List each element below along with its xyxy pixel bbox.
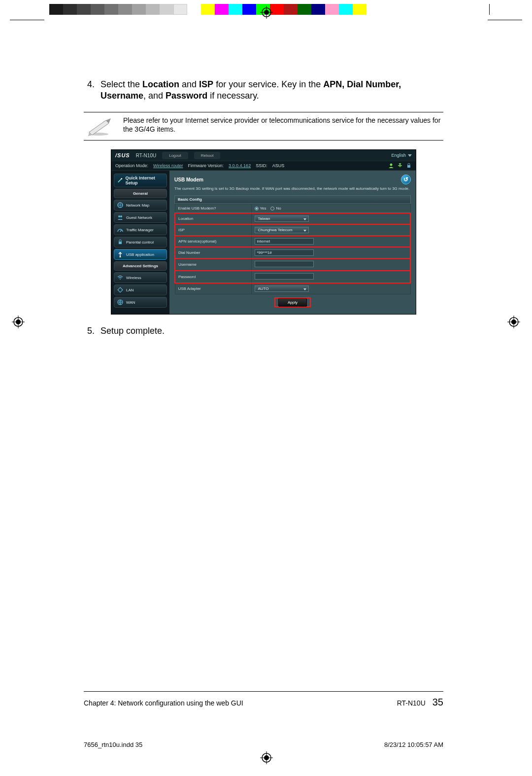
opmode-value[interactable]: Wireless router	[153, 163, 183, 168]
reboot-button[interactable]: Reboot	[194, 152, 221, 159]
gauge-icon	[117, 227, 123, 233]
sidebar-label: LAN	[126, 288, 134, 292]
step-number: 5.	[84, 325, 95, 337]
username-label: Username	[175, 258, 251, 271]
sidebar-label: Wireless	[126, 276, 141, 280]
row-dial: Dial Number *99***1#	[175, 247, 410, 258]
note-text: Please refer to your Internet service pr…	[123, 116, 443, 136]
sidebar-item-traffic[interactable]: Traffic Manager	[114, 224, 167, 235]
text: and	[179, 79, 199, 89]
location-select[interactable]: Taiwan	[255, 215, 309, 222]
sidebar-item-wan[interactable]: WAN	[114, 297, 167, 308]
sidebar-item-lan[interactable]: LAN	[114, 284, 167, 295]
row-apn: APN service(optional) internet	[175, 236, 410, 247]
chapter-label: Chapter 4: Network configuration using t…	[84, 699, 397, 707]
bold-isp: ISP	[199, 79, 213, 89]
sidebar-item-wireless[interactable]: Wireless	[114, 272, 167, 283]
brand-logo: /SUS	[115, 152, 130, 158]
page-number: 35	[432, 697, 443, 708]
fw-label: Firmware Version:	[188, 163, 224, 168]
usb-icon	[117, 251, 123, 257]
page-footer: Chapter 4: Network configuration using t…	[84, 691, 443, 708]
enable-no-radio[interactable]	[270, 207, 274, 211]
adapter-select[interactable]: AUTO	[255, 285, 309, 292]
text: if necessary.	[207, 91, 259, 101]
help-icon[interactable]: ↺	[401, 175, 411, 184]
step-4-text: Select the Location and ISP for your ser…	[100, 79, 443, 101]
row-isp: ISP Chunghwa Telecom	[175, 224, 410, 236]
lock-icon	[117, 239, 123, 245]
globe-icon	[117, 299, 123, 305]
isp-label: ISP	[175, 224, 251, 236]
enable-yes-radio[interactable]	[255, 207, 259, 211]
chevron-down-icon	[408, 154, 412, 157]
wand-icon	[117, 177, 123, 183]
registration-mark-icon	[260, 751, 273, 764]
bold-location: Location	[142, 79, 179, 89]
pencil-note-icon	[84, 116, 113, 136]
slug-timestamp: 8/23/12 10:05:57 AM	[384, 741, 443, 748]
sidebar-item-usb[interactable]: USB application	[114, 249, 167, 260]
password-label: Password	[175, 271, 251, 283]
sidebar-label: Guest Network	[126, 215, 152, 220]
sidebar-header-advanced: Advanced Settings	[114, 261, 167, 271]
model-label: RT-N10U	[136, 153, 157, 158]
print-slug: 7656_rtn10u.indd 35 8/23/12 10:05:57 AM	[84, 741, 443, 748]
svg-line-23	[120, 230, 122, 232]
crop-line	[488, 20, 522, 20]
sidebar: Quick Internet Setup General Network Map…	[111, 171, 169, 314]
lock-status-icon	[406, 163, 412, 168]
note-block: Please refer to your Internet service pr…	[84, 112, 443, 141]
divider	[84, 140, 443, 141]
guest-icon	[117, 214, 123, 220]
row-adapter: USB Adapter AUTO	[175, 283, 410, 294]
username-input[interactable]	[255, 261, 314, 267]
row-username: Username	[175, 258, 410, 271]
text: , and	[143, 91, 166, 101]
password-input[interactable]	[255, 273, 314, 280]
row-password: Password	[175, 271, 410, 283]
router-ui-screenshot: /SUS RT-N10U Logout Reboot English Opera…	[111, 149, 416, 315]
main-description: The current 3G setting is set to 3G Back…	[174, 186, 411, 191]
main-panel: USB Modem ↺ The current 3G setting is se…	[169, 171, 416, 314]
text: Select the	[100, 79, 142, 89]
svg-point-21	[118, 215, 120, 217]
footer-model: RT-N10U	[397, 699, 426, 707]
svg-point-26	[120, 279, 121, 280]
text: for your service. Key in the	[213, 79, 323, 89]
crop-line	[489, 4, 490, 15]
sidebar-item-qis[interactable]: Quick Internet Setup	[114, 174, 167, 187]
fw-value[interactable]: 3.0.0.4.162	[229, 163, 251, 168]
status-bar: Operation Mode: Wireless router Firmware…	[111, 161, 416, 171]
adapter-label: USB Adapter	[175, 283, 251, 294]
apply-button[interactable]: Apply	[278, 298, 307, 307]
svg-rect-18	[407, 165, 410, 168]
logout-button[interactable]: Logout	[162, 152, 188, 159]
ssid-label: SSID:	[256, 163, 267, 168]
apn-input[interactable]: internet	[255, 238, 314, 245]
slug-file: 7656_rtn10u.indd 35	[84, 741, 142, 748]
sidebar-label: Quick Internet Setup	[126, 176, 164, 185]
ssid-value: ASUS	[272, 163, 285, 168]
main-title: USB Modem	[174, 177, 203, 182]
config-section-header: Basic Config	[174, 195, 411, 204]
sidebar-item-network-map[interactable]: Network Map	[114, 200, 167, 211]
svg-point-22	[120, 215, 122, 217]
step-number: 4.	[84, 79, 95, 101]
color-calibration-bar	[49, 4, 366, 15]
registration-mark-icon	[260, 6, 273, 19]
bold-password: Password	[166, 91, 207, 101]
sidebar-item-guest[interactable]: Guest Network	[114, 212, 167, 223]
registration-mark-icon	[12, 316, 25, 328]
location-label: Location	[175, 213, 251, 224]
language-select[interactable]: English	[391, 153, 412, 158]
lan-icon	[117, 287, 123, 293]
isp-select[interactable]: Chunghwa Telecom	[255, 227, 309, 233]
step-5-text: Setup complete.	[100, 325, 443, 337]
sidebar-item-parental[interactable]: Parental control	[114, 237, 167, 247]
sidebar-header-general: General	[114, 189, 167, 198]
crop-line	[10, 20, 44, 20]
sidebar-label: USB application	[126, 252, 154, 257]
dial-label: Dial Number	[175, 247, 251, 258]
dial-input[interactable]: *99***1#	[255, 249, 314, 256]
